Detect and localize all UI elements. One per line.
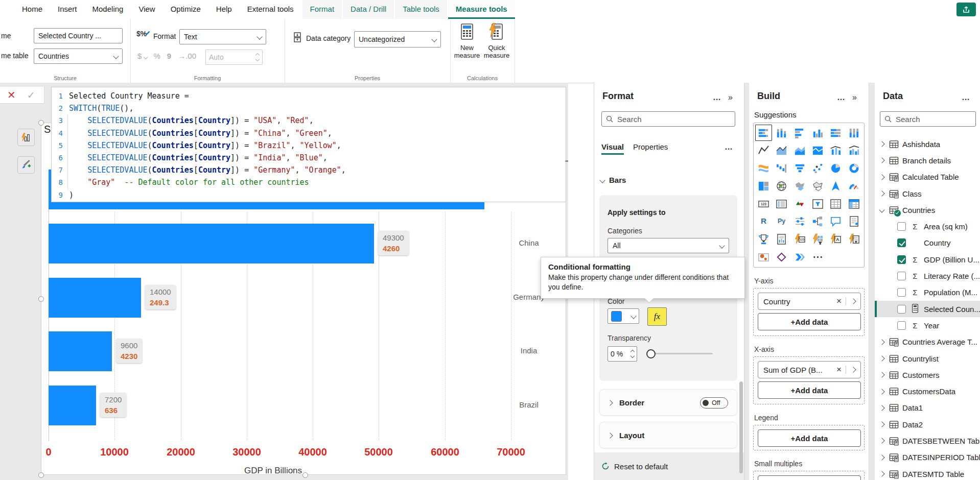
new-measure-button[interactable]: New measure: [452, 23, 482, 59]
list-slicer-icon[interactable]: [845, 231, 863, 248]
percent-format-icon[interactable]: %: [154, 52, 160, 60]
data-category-dropdown[interactable]: Uncategorized: [354, 31, 441, 47]
color-dropdown[interactable]: [608, 308, 639, 324]
table-icon[interactable]: [827, 195, 845, 212]
bars-section-header[interactable]: Bars: [600, 176, 626, 184]
python-visual-icon[interactable]: Py: [773, 213, 790, 230]
transparency-spinner[interactable]: 0 %: [608, 346, 637, 362]
border-toggle[interactable]: Off: [700, 397, 728, 409]
filled-map-icon[interactable]: [791, 177, 809, 195]
line-and-clustered-column-chart-icon[interactable]: [845, 142, 863, 159]
format-search-input[interactable]: Search: [601, 111, 735, 127]
checkbox-unchecked[interactable]: [897, 321, 906, 330]
field-pill-country[interactable]: Country×: [758, 293, 861, 310]
checkbox-checked[interactable]: [897, 255, 906, 264]
table-item-countries[interactable]: Countries: [875, 202, 980, 218]
line-and-stacked-column-chart-icon[interactable]: [827, 142, 845, 159]
visual-resize-handle-left[interactable]: [38, 296, 44, 302]
divider-grip[interactable]: [565, 160, 568, 162]
gauge-icon[interactable]: [845, 177, 863, 195]
slicer-icon[interactable]: [809, 195, 827, 212]
button-slicer-icon[interactable]: [809, 231, 827, 248]
text-slicer-icon[interactable]: A: [827, 231, 845, 248]
bar-india[interactable]: [49, 331, 112, 371]
card-new-icon[interactable]: 123: [791, 231, 809, 248]
chevron-right-icon[interactable]: [879, 438, 884, 444]
transparency-slider-track[interactable]: [652, 353, 713, 354]
matrix-icon[interactable]: [845, 195, 863, 212]
build-pane-more-icon[interactable]: …: [837, 93, 846, 102]
format-pane-more-icon[interactable]: …: [713, 93, 722, 102]
field-item-area-sq-km-[interactable]: ΣArea (sq km): [875, 218, 980, 234]
thousands-separator-icon[interactable]: 9: [167, 52, 171, 60]
table-item-data1[interactable]: Data1: [875, 400, 980, 416]
table-item-datesbetween-table[interactable]: DATESBETWEEN Table: [875, 433, 980, 449]
checkbox-unchecked[interactable]: [897, 288, 906, 297]
more-options-icon[interactable]: [809, 248, 827, 266]
on-object-analyze-button[interactable]: [17, 129, 35, 146]
smart-narrative-icon[interactable]: [845, 213, 863, 230]
stacked-column-chart-icon[interactable]: [773, 124, 790, 141]
multi-row-card-icon[interactable]: [773, 195, 790, 212]
tab-properties[interactable]: Properties: [633, 142, 668, 151]
decomposition-tree-icon[interactable]: [809, 213, 827, 230]
clustered-bar-chart-icon[interactable]: [791, 124, 809, 141]
checkbox-checked[interactable]: [897, 238, 906, 247]
bar-germany[interactable]: [49, 278, 141, 318]
chevron-right-icon[interactable]: [879, 158, 884, 163]
ribbon-tab-measure-tools[interactable]: Measure tools: [448, 0, 515, 19]
discard-formula-button[interactable]: ✕: [7, 89, 16, 101]
table-item-countrylist[interactable]: Countrylist: [875, 350, 980, 367]
add-data-button[interactable]: +Add data: [758, 429, 861, 447]
add-data-button[interactable]: +Add data: [758, 381, 861, 399]
ribbon-tab-insert[interactable]: Insert: [50, 0, 85, 19]
bar-brazil[interactable]: [49, 386, 96, 425]
categories-dropdown[interactable]: All: [608, 238, 729, 253]
chevron-right-icon[interactable]: [879, 454, 884, 460]
data-search-input[interactable]: Search: [880, 111, 976, 127]
add-data-button[interactable]: +Add data: [758, 313, 861, 330]
ribbon-tab-modeling[interactable]: Modeling: [85, 0, 131, 19]
visual-resize-handle-bottom[interactable]: [302, 472, 308, 478]
chevron-right-icon[interactable]: [879, 355, 884, 361]
stacked-bar-chart-icon[interactable]: [755, 124, 773, 141]
metrics-icon[interactable]: [755, 231, 773, 248]
field-item-year[interactable]: ΣYear: [875, 317, 980, 333]
table-item-datesmtd-table[interactable]: DATESMTD Table: [875, 466, 980, 480]
field-item-literacy-rate-[interactable]: ΣLiteracy Rate (...: [875, 268, 980, 284]
visual-resize-handle-top-left[interactable]: [38, 120, 44, 126]
data-pane-more-icon[interactable]: …: [962, 93, 971, 102]
ribbon-tab-view[interactable]: View: [131, 0, 162, 19]
ribbon-chart-icon[interactable]: [755, 160, 773, 177]
funnel-chart-icon[interactable]: [791, 160, 809, 177]
stacked-area-chart-icon[interactable]: [791, 142, 809, 159]
shape-map-icon[interactable]: [809, 177, 827, 195]
quick-measure-button[interactable]: Quick measure: [482, 23, 511, 59]
power-automate-visual-icon[interactable]: [791, 248, 809, 266]
paginated-report-icon[interactable]: [773, 231, 790, 248]
ribbon-tab-home[interactable]: Home: [14, 0, 50, 19]
table-item-class[interactable]: Class: [875, 185, 980, 202]
table-item-customersdata[interactable]: CustomersData: [875, 383, 980, 399]
card-icon[interactable]: 123: [755, 195, 773, 212]
build-pane-collapse-icon[interactable]: »: [852, 93, 857, 102]
ribbon-tab-data-drill[interactable]: Data / Drill: [343, 0, 394, 19]
power-apps-visual-icon[interactable]: [773, 248, 790, 266]
share-button[interactable]: [956, 3, 976, 16]
field-pill-sum-of-gdp-b-[interactable]: Sum of GDP (B...×: [758, 361, 861, 378]
dax-formula-editor[interactable]: 1Selected Country Measure =2SWITCH(TRUE(…: [51, 87, 566, 202]
format-pane-collapse-icon[interactable]: »: [728, 93, 733, 102]
format-pane-scrollbar[interactable]: [739, 381, 743, 473]
add-data-button[interactable]: +Add data: [758, 475, 861, 480]
scatter-chart-icon[interactable]: [809, 160, 827, 177]
field-item-selected-coun-[interactable]: Selected Coun...: [875, 301, 980, 317]
field-item-population-m-[interactable]: ΣPopulation (M...: [875, 284, 980, 301]
measure-name-input[interactable]: Selected Country ...: [34, 28, 123, 43]
field-item-country[interactable]: Country: [875, 235, 980, 251]
ribbon-tab-external-tools[interactable]: External tools: [240, 0, 301, 19]
chevron-right-icon[interactable]: [879, 405, 884, 411]
line-chart-icon[interactable]: [755, 142, 773, 159]
chevron-right-icon[interactable]: [879, 372, 884, 378]
table-item-branch-details[interactable]: Branch details: [875, 152, 980, 169]
table-item-customers[interactable]: Customers: [875, 367, 980, 383]
